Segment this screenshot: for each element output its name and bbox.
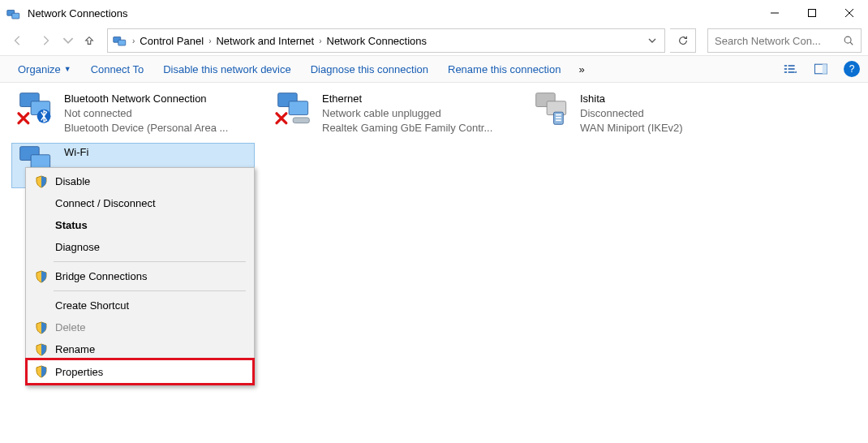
shield-icon (34, 343, 49, 356)
address-dropdown[interactable] (643, 35, 661, 47)
back-button[interactable] (6, 29, 29, 52)
refresh-button[interactable] (670, 28, 696, 53)
svg-rect-3 (809, 10, 816, 17)
ctx-connect-disconnect[interactable]: Connect / Disconnect (28, 192, 252, 214)
ctx-bridge-connections[interactable]: Bridge Connections (28, 265, 252, 287)
svg-line-9 (850, 42, 853, 45)
svg-rect-14 (789, 68, 795, 70)
breadcrumb-sep: › (316, 37, 324, 45)
network-adapter-icon (530, 92, 574, 132)
ctx-separator (54, 261, 246, 262)
ctx-disable[interactable]: Disable (28, 170, 252, 192)
minimize-button[interactable] (756, 1, 793, 25)
connection-device: Bluetooth Device (Personal Area ... (64, 121, 228, 135)
titlebar: Network Connections (0, 0, 868, 26)
shield-icon (34, 175, 49, 188)
network-adapter-icon (14, 92, 58, 132)
svg-rect-27 (556, 114, 561, 116)
svg-rect-23 (293, 118, 309, 123)
connection-item-bluetooth[interactable]: Bluetooth Network Connection Not connect… (11, 89, 255, 138)
search-box[interactable]: Search Network Con... (707, 28, 862, 53)
context-menu: Disable Connect / Disconnect Status Diag… (25, 167, 255, 386)
connection-name: Ethernet (322, 92, 492, 106)
svg-rect-26 (554, 112, 564, 124)
network-adapter-icon (272, 92, 316, 132)
view-options-button[interactable] (779, 59, 801, 79)
shield-icon (34, 321, 49, 334)
svg-rect-7 (118, 40, 126, 45)
recent-locations-button[interactable] (62, 29, 75, 52)
svg-rect-1 (12, 13, 19, 19)
navigation-row: › Control Panel › Network and Internet ›… (0, 26, 868, 55)
preview-pane-button[interactable] (810, 59, 832, 79)
close-button[interactable] (831, 1, 868, 25)
ctx-diagnose[interactable]: Diagnose (28, 236, 252, 258)
connection-status: Not connected (64, 106, 228, 121)
svg-rect-28 (556, 117, 561, 118)
svg-rect-13 (789, 65, 795, 67)
connect-to-button[interactable]: Connect To (81, 56, 154, 82)
shield-icon (34, 365, 49, 378)
ctx-status[interactable]: Status (28, 214, 252, 236)
connection-status: Network cable unplugged (322, 106, 492, 121)
ctx-create-shortcut[interactable]: Create Shortcut (28, 295, 252, 316)
svg-rect-29 (556, 119, 561, 121)
breadcrumb-sep: › (205, 37, 214, 45)
help-button[interactable]: ? (844, 61, 860, 77)
window-title: Network Connections (28, 7, 756, 19)
svg-rect-11 (784, 68, 787, 70)
connection-name: Bluetooth Network Connection (64, 92, 228, 106)
breadcrumb-sep: › (129, 37, 138, 45)
breadcrumb-item[interactable]: Control Panel (138, 35, 205, 47)
ctx-rename[interactable]: Rename (28, 338, 252, 360)
search-placeholder: Search Network Con... (715, 35, 843, 47)
breadcrumb-item[interactable]: Network and Internet (214, 35, 316, 47)
svg-point-8 (844, 37, 851, 43)
rename-connection-button[interactable]: Rename this connection (438, 56, 570, 82)
command-bar: Organize▼ Connect To Disable this networ… (0, 55, 868, 83)
connection-item-ethernet[interactable]: Ethernet Network cable unplugged Realtek… (269, 89, 513, 138)
forward-button[interactable] (34, 29, 57, 52)
connection-item-ishita[interactable]: Ishita Disconnected WAN Miniport (IKEv2) (527, 89, 771, 138)
maximize-button[interactable] (793, 1, 831, 25)
organize-menu[interactable]: Organize▼ (8, 56, 81, 82)
diagnose-connection-button[interactable]: Diagnose this connection (301, 56, 438, 82)
svg-rect-15 (789, 71, 795, 73)
shield-icon (34, 270, 49, 283)
breadcrumb-item[interactable]: Network Connections (325, 35, 429, 47)
search-icon (843, 35, 854, 46)
ctx-delete[interactable]: Delete (28, 316, 252, 338)
svg-rect-12 (784, 71, 787, 73)
content-area: Bluetooth Network Connection Not connect… (0, 83, 868, 195)
up-button[interactable] (79, 31, 99, 50)
connection-name: Wi-Fi (64, 145, 88, 160)
connection-status: Disconnected (580, 106, 683, 121)
network-connections-icon (6, 7, 21, 20)
ctx-properties[interactable]: Properties (25, 358, 255, 385)
svg-rect-10 (784, 65, 787, 67)
more-commands-button[interactable]: » (570, 63, 592, 75)
connection-device: WAN Miniport (IKEv2) (580, 121, 683, 135)
ctx-separator (54, 290, 246, 291)
connection-name: Ishita (580, 92, 683, 106)
svg-rect-17 (823, 64, 827, 74)
address-icon (113, 34, 127, 47)
connection-device: Realtek Gaming GbE Family Contr... (322, 121, 492, 135)
address-bar[interactable]: › Control Panel › Network and Internet ›… (107, 28, 665, 53)
disable-device-button[interactable]: Disable this network device (153, 56, 301, 82)
svg-rect-22 (289, 101, 308, 115)
window-controls (756, 1, 868, 25)
